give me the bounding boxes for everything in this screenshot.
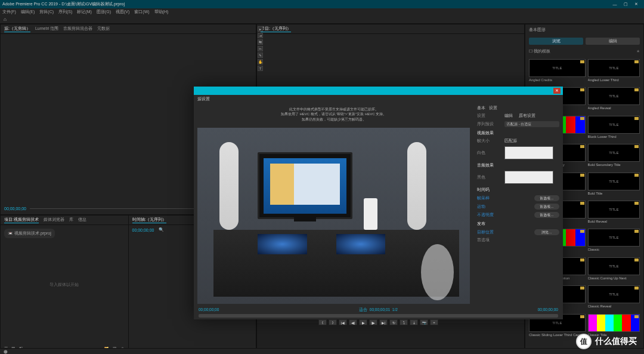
menu-graphics[interactable]: 图形(G) — [97, 9, 111, 15]
razor-tool-icon[interactable]: ✂ — [258, 46, 263, 51]
link-opacity[interactable]: 不透明度 — [477, 213, 494, 218]
browse-button[interactable]: 浏览... — [534, 229, 559, 235]
eg-edit-tab[interactable]: 编辑 — [586, 38, 640, 45]
my-templates-checkbox[interactable]: ☐ — [529, 49, 532, 53]
audio-mixer-tab[interactable]: 音频剪辑混合器 — [63, 26, 92, 32]
template-thumb[interactable]: TITLEBlock Lower Third — [588, 116, 640, 140]
dialog-tab-basic[interactable]: 基本 — [477, 106, 485, 111]
ripple-tool-icon[interactable]: ⇆ — [258, 39, 263, 45]
black-color-swatch[interactable] — [504, 171, 553, 184]
close-button[interactable]: ✕ — [631, 2, 642, 7]
info-tab[interactable]: 信息 — [78, 217, 86, 223]
menu-window[interactable]: 窗口(W) — [134, 9, 149, 15]
template-label: Bold Secondary Title — [588, 163, 640, 168]
project-bin-chip[interactable]: 📼 视频剪辑技术.prproj — [4, 229, 55, 238]
go-in-button[interactable]: |◀ — [339, 319, 347, 325]
mark-out-button[interactable]: } — [329, 319, 337, 325]
dialog-subtitle: 源设置 — [194, 95, 563, 103]
insert-button[interactable]: ⤵ — [400, 319, 408, 325]
preview-tv — [258, 152, 353, 219]
source-tab[interactable]: 源:（无剪辑） — [4, 26, 30, 32]
import-hint: 导入媒体以开始 — [49, 282, 79, 288]
selection-tool-icon[interactable]: ▸ — [258, 26, 263, 32]
menu-marker[interactable]: 标记(M) — [77, 9, 92, 15]
template-thumb[interactable]: TITLEAngled Credits — [529, 59, 586, 84]
menu-view[interactable]: 视图(V) — [116, 9, 129, 15]
modal-half[interactable]: 1/2 — [392, 307, 398, 312]
link-target[interactable]: 目标位置 — [477, 230, 494, 235]
timecode-header: 时间码 — [477, 187, 559, 193]
source-timecode: 00;00;00;00 — [4, 207, 26, 211]
home-icon[interactable]: ⌂ — [4, 17, 7, 22]
template-thumb[interactable]: TITLEBold Title — [588, 173, 640, 197]
play-button[interactable]: ▶ — [359, 319, 367, 325]
eg-browse-tab[interactable]: 浏览 — [529, 38, 583, 45]
menu-clip[interactable]: 剪辑(C) — [39, 9, 54, 15]
template-thumb[interactable]: TITLEClassic Coming Up Next — [588, 257, 640, 282]
metadata-tab[interactable]: 元数据 — [97, 26, 110, 32]
template-thumb[interactable]: TITLEBold Reveal — [588, 201, 640, 225]
dialog-titlebar[interactable]: ✕ — [194, 87, 563, 95]
dialog-close-button[interactable]: ✕ — [553, 88, 561, 94]
favorite-icon[interactable]: ★ — [636, 49, 640, 54]
prefs-button-3[interactable]: 首选项... — [534, 212, 559, 218]
overwrite-button[interactable]: ⤓ — [410, 319, 418, 325]
menu-file[interactable]: 文件(F) — [2, 9, 16, 15]
watermark-text: 什么值得买 — [595, 336, 637, 347]
preview-speaker-left — [219, 142, 239, 230]
zoom-search-icon[interactable]: 🔍 — [159, 227, 164, 232]
prefs-button-2[interactable]: 首选项... — [534, 204, 559, 210]
libraries-tab[interactable]: 库 — [69, 217, 73, 223]
template-label: Block Lower Third — [588, 135, 640, 140]
media-browser-tab[interactable]: 媒体浏览器 — [44, 217, 64, 223]
menu-edit[interactable]: 编辑(E) — [21, 9, 35, 15]
template-thumb[interactable]: TITLEAngled Reveal — [588, 87, 640, 112]
template-label: Angled Reveal — [588, 106, 640, 111]
export-frame-button[interactable]: 📷 — [420, 319, 428, 325]
settings-button[interactable]: + — [430, 319, 438, 325]
link-frame-sample[interactable]: 帧采样 — [477, 196, 490, 201]
white-color-swatch[interactable] — [504, 146, 553, 159]
app-title: Adobe Premiere Pro CC 2019 - D:\桌面\测试\GV… — [2, 1, 125, 7]
timeline-subtab[interactable]: 时间轴:（无序列） — [132, 217, 167, 223]
preset-dropdown[interactable]: 匹配源 - 自适应 — [504, 121, 559, 127]
template-thumb[interactable]: TITLEAngled Lower Third — [588, 59, 640, 84]
type-tool-icon[interactable]: T — [258, 66, 263, 71]
minimize-button[interactable]: — — [609, 2, 620, 7]
prefs-button-1[interactable]: 首选项... — [534, 195, 559, 201]
modal-dur: 00;00;00;01 — [370, 307, 390, 312]
modal-out-tc[interactable]: 00;00;00;00 — [538, 307, 558, 313]
source-settings-dialog: ✕ 源设置 此文件中的格式类型不受原生支持或该文件可能已损坏。 如果使用了 HE… — [194, 87, 563, 319]
go-out-button[interactable]: ▶| — [379, 319, 388, 325]
maximize-button[interactable]: ▢ — [620, 2, 631, 7]
audio-effects-header: 音频效果 — [477, 163, 559, 168]
template-thumb[interactable]: TITLEClassic — [588, 229, 640, 253]
link-motion[interactable]: 运动 — [477, 204, 485, 210]
track-select-tool-icon[interactable]: ⇥ — [258, 33, 263, 38]
template-label: Bold Title — [588, 192, 640, 196]
menu-help[interactable]: 帮助(H) — [154, 9, 169, 15]
status-bar: ⬤ — [0, 348, 644, 354]
mark-in-button[interactable]: { — [318, 319, 327, 325]
pen-tool-icon[interactable]: ✎ — [258, 53, 263, 58]
modal-fit[interactable]: 适合 — [359, 307, 367, 312]
modal-in-tc[interactable]: 00;00;00;00 — [199, 307, 219, 313]
timeline-timecode[interactable]: 00;00;00;00 — [132, 228, 154, 232]
template-label: Angled Credits — [529, 78, 586, 83]
menu-sequence[interactable]: 序列(S) — [58, 9, 72, 15]
hand-tool-icon[interactable]: ✋ — [258, 59, 263, 64]
step-fwd-button[interactable]: |▶ — [369, 319, 377, 325]
modal-scrubber[interactable] — [199, 314, 558, 318]
template-label: Bold Reveal — [588, 220, 640, 224]
lumetri-tab[interactable]: Lumetri 范围 — [35, 26, 58, 32]
preview-fan — [421, 244, 454, 300]
loop-button[interactable]: ↻ — [389, 319, 398, 325]
preview-speaker-right — [407, 142, 426, 230]
project-tab[interactable]: 项目:视频剪辑技术 — [4, 217, 39, 223]
status-indicator-icon: ⬤ — [4, 349, 8, 353]
step-back-button[interactable]: ◀| — [349, 319, 357, 325]
template-thumb[interactable]: TITLEBold Secondary Title — [588, 144, 640, 168]
template-thumb[interactable]: TITLEClassic Reveal — [588, 285, 640, 310]
dialog-tab-settings[interactable]: 设置 — [489, 106, 497, 111]
eg-title: 基本图形 — [525, 24, 643, 35]
